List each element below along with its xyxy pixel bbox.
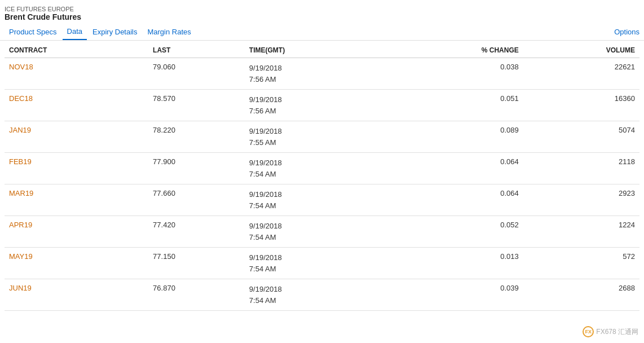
cell-time: 9/19/20187:56 AM <box>245 90 382 121</box>
cell-volume: 572 <box>523 248 639 279</box>
tab-product-specs[interactable]: Product Specs <box>5 24 61 39</box>
cell-time: 9/19/20187:54 AM <box>245 216 382 248</box>
table-header-row: CONTRACT LAST TIME(GMT) % CHANGE VOLUME <box>5 41 639 58</box>
cell-change: 0.064 <box>382 153 523 184</box>
cell-change: 0.039 <box>382 279 523 311</box>
cell-last: 78.220 <box>148 121 245 153</box>
cell-volume: 2688 <box>523 279 639 311</box>
page-header: ICE FUTURES EUROPE Brent Crude Futures <box>0 0 644 24</box>
cell-change: 0.038 <box>382 58 523 90</box>
cell-volume: 22621 <box>523 58 639 90</box>
tab-expiry-details[interactable]: Expiry Details <box>88 24 142 39</box>
col-header-time: TIME(GMT) <box>245 41 382 58</box>
table-row: JAN19 78.220 9/19/20187:55 AM 0.089 5074 <box>5 121 639 153</box>
contract-link[interactable]: MAR19 <box>9 189 33 197</box>
col-header-volume: VOLUME <box>523 41 639 58</box>
data-table-container: CONTRACT LAST TIME(GMT) % CHANGE VOLUME … <box>0 41 644 311</box>
cell-change: 0.064 <box>382 184 523 216</box>
cell-contract[interactable]: JAN19 <box>5 121 148 153</box>
cell-change: 0.051 <box>382 90 523 121</box>
contract-link[interactable]: MAY19 <box>9 252 33 261</box>
table-row: DEC18 78.570 9/19/20187:56 AM 0.051 1636… <box>5 90 639 121</box>
cell-contract[interactable]: MAR19 <box>5 184 148 216</box>
col-header-last: LAST <box>148 41 245 58</box>
cell-volume: 2923 <box>523 184 639 216</box>
options-link[interactable]: Options <box>614 28 639 36</box>
tab-margin-rates[interactable]: Margin Rates <box>143 24 195 39</box>
contract-link[interactable]: JAN19 <box>9 126 31 134</box>
table-row: JUN19 76.870 9/19/20187:54 AM 0.039 2688 <box>5 279 639 311</box>
table-row: MAY19 77.150 9/19/20187:54 AM 0.013 572 <box>5 248 639 279</box>
col-header-change: % CHANGE <box>382 41 523 58</box>
cell-last: 79.060 <box>148 58 245 90</box>
contract-link[interactable]: APR19 <box>9 221 32 229</box>
cell-last: 77.150 <box>148 248 245 279</box>
cell-volume: 1224 <box>523 216 639 248</box>
cell-contract[interactable]: DEC18 <box>5 90 148 121</box>
tab-bar: Product Specs Data Expiry Details Margin… <box>0 24 644 41</box>
contract-link[interactable]: JUN19 <box>9 284 32 292</box>
cell-last: 76.870 <box>148 279 245 311</box>
cell-change: 0.052 <box>382 216 523 248</box>
cell-change: 0.089 <box>382 121 523 153</box>
cell-volume: 2118 <box>523 153 639 184</box>
contract-link[interactable]: DEC18 <box>9 94 33 103</box>
cell-last: 77.420 <box>148 216 245 248</box>
table-row: APR19 77.420 9/19/20187:54 AM 0.052 1224 <box>5 216 639 248</box>
cell-time: 9/19/20187:54 AM <box>245 279 382 311</box>
cell-time: 9/19/20187:55 AM <box>245 121 382 153</box>
cell-time: 9/19/20187:56 AM <box>245 58 382 90</box>
cell-last: 78.570 <box>148 90 245 121</box>
cell-last: 77.660 <box>148 184 245 216</box>
contract-link[interactable]: FEB19 <box>9 157 32 166</box>
cell-change: 0.013 <box>382 248 523 279</box>
cell-volume: 5074 <box>523 121 639 153</box>
table-row: MAR19 77.660 9/19/20187:54 AM 0.064 2923 <box>5 184 639 216</box>
exchange-name: ICE FUTURES EUROPE <box>5 6 639 12</box>
page-title: Brent Crude Futures <box>5 12 639 21</box>
cell-time: 9/19/20187:54 AM <box>245 248 382 279</box>
cell-contract[interactable]: FEB19 <box>5 153 148 184</box>
cell-time: 9/19/20187:54 AM <box>245 184 382 216</box>
contracts-table: CONTRACT LAST TIME(GMT) % CHANGE VOLUME … <box>5 41 639 311</box>
cell-contract[interactable]: APR19 <box>5 216 148 248</box>
col-header-contract: CONTRACT <box>5 41 148 58</box>
tab-data[interactable]: Data <box>63 24 87 40</box>
contract-link[interactable]: NOV18 <box>9 63 33 71</box>
cell-last: 77.900 <box>148 153 245 184</box>
cell-contract[interactable]: JUN19 <box>5 279 148 311</box>
table-row: NOV18 79.060 9/19/20187:56 AM 0.038 2262… <box>5 58 639 90</box>
cell-contract[interactable]: MAY19 <box>5 248 148 279</box>
cell-volume: 16360 <box>523 90 639 121</box>
table-row: FEB19 77.900 9/19/20187:54 AM 0.064 2118 <box>5 153 639 184</box>
cell-time: 9/19/20187:54 AM <box>245 153 382 184</box>
cell-contract[interactable]: NOV18 <box>5 58 148 90</box>
